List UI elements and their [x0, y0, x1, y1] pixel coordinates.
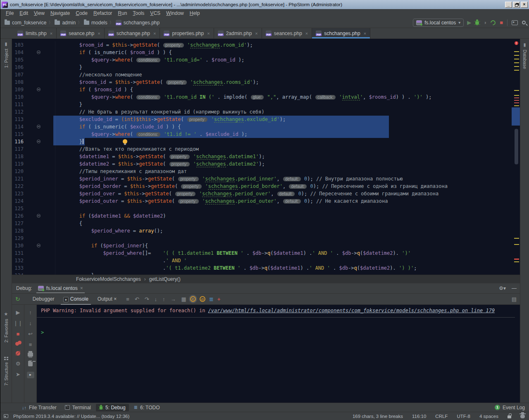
- tab-schchange-php[interactable]: schchange.php×: [105, 28, 160, 38]
- settings-icon[interactable]: ⚙: [16, 361, 21, 366]
- debug-tab-debugger[interactable]: Debugger: [29, 295, 58, 303]
- toolwindow-button-database[interactable]: ▮ Database: [520, 42, 529, 69]
- close-icon[interactable]: ×: [50, 31, 52, 36]
- fold-marker-icon[interactable]: [37, 50, 41, 54]
- close-icon[interactable]: ×: [80, 285, 83, 291]
- tab-2admin-php[interactable]: 2admin.php×: [214, 28, 262, 38]
- run-configuration-select[interactable]: fs.local centos ▾: [413, 19, 464, 27]
- line-endings[interactable]: CRLF: [435, 414, 448, 419]
- tab-schchanges-php[interactable]: schchanges.php×: [312, 28, 370, 38]
- menu-tools[interactable]: Tools: [130, 10, 147, 17]
- step-over-icon[interactable]: ↷: [145, 297, 149, 302]
- pause-icon[interactable]: ❘❘: [14, 320, 23, 326]
- menu-navigate[interactable]: Navigate: [48, 10, 73, 17]
- encoding[interactable]: UTF-8: [457, 414, 470, 419]
- indent-setting[interactable]: 4 spaces: [479, 414, 498, 419]
- close-icon[interactable]: ×: [305, 31, 308, 36]
- rerun-icon[interactable]: ↻: [15, 296, 20, 302]
- debug-tab-output[interactable]: Output ×: [94, 295, 120, 303]
- caret-position[interactable]: 116:10: [412, 414, 426, 419]
- menu-vcs[interactable]: VCS: [147, 10, 163, 17]
- debug-console[interactable]: PHP Warning: Invalid argument supplied f…: [37, 305, 520, 403]
- readonly-lock-icon[interactable]: [508, 415, 511, 418]
- step-out-icon[interactable]: ↑: [162, 297, 165, 302]
- intention-bulb-icon[interactable]: [123, 139, 127, 144]
- error-stripe[interactable]: !: [513, 39, 520, 275]
- fold-marker-icon[interactable]: [37, 244, 41, 247]
- char-count[interactable]: 169 chars, 3 line breaks: [353, 414, 403, 419]
- soft-wrap-icon[interactable]: ≣: [209, 296, 214, 302]
- breadcrumb-item-com_fokservice[interactable]: com_fokservice: [5, 20, 46, 26]
- up-stack-icon[interactable]: ↑: [29, 310, 32, 315]
- debug-tab-console[interactable]: ▸ Console: [60, 295, 91, 304]
- evaluate-expression-icon[interactable]: ▦: [181, 297, 186, 302]
- search-everywhere-button[interactable]: [522, 21, 526, 24]
- hector-inspections-icon[interactable]: [520, 414, 525, 418]
- menu-edit[interactable]: Edit: [17, 10, 31, 17]
- tab-properties-php[interactable]: properties.php×: [160, 28, 214, 38]
- code-editor[interactable]: 103 $room_id = $this->getState( property…: [12, 39, 520, 275]
- layout-settings-icon[interactable]: ≡: [126, 297, 129, 302]
- coverage-button[interactable]: ◑: [483, 20, 486, 25]
- close-icon[interactable]: ×: [207, 31, 210, 36]
- toolwindow-button-file-transfer[interactable]: ↓↑File Transfer: [19, 404, 60, 411]
- new-watch-icon[interactable]: +: [217, 296, 221, 302]
- console-view-icon[interactable]: ▸: [27, 372, 34, 378]
- down-stack-icon[interactable]: ↓: [29, 320, 32, 326]
- show-execution-point-icon[interactable]: ↶: [135, 297, 139, 302]
- colored-output-icon[interactable]: @: [200, 296, 205, 302]
- restore-button[interactable]: [513, 2, 520, 8]
- close-icon[interactable]: ×: [364, 31, 366, 36]
- tab-seance-php[interactable]: seance.php×: [57, 28, 105, 38]
- clear-all-icon[interactable]: [28, 362, 33, 366]
- debug-session-tab[interactable]: fs.local centos ×: [36, 285, 85, 292]
- run-anything-button[interactable]: [512, 20, 518, 25]
- toolwindow-button-structure[interactable]: 7: Structure: [0, 357, 12, 386]
- menu-help[interactable]: Help: [187, 10, 203, 17]
- breadcrumb-class[interactable]: FokserviceModelSchchanges: [76, 276, 141, 282]
- run-to-cursor-icon[interactable]: →: [171, 297, 176, 302]
- menu-refactor[interactable]: Refactor: [91, 10, 115, 17]
- toolwindow-button-6--todo[interactable]: ≣6: TODO: [131, 404, 163, 411]
- stop-icon[interactable]: ■: [17, 331, 20, 337]
- fold-marker-icon[interactable]: [37, 214, 41, 218]
- close-icon[interactable]: ×: [98, 31, 100, 36]
- menu-window[interactable]: Window: [163, 10, 187, 17]
- fold-marker-icon[interactable]: [37, 88, 41, 91]
- close-button[interactable]: ×: [521, 2, 528, 8]
- step-into-icon[interactable]: ↓: [155, 297, 157, 302]
- menu-code[interactable]: Code: [73, 10, 91, 17]
- close-icon[interactable]: ×: [255, 31, 257, 36]
- pin-icon[interactable]: ➤: [16, 372, 20, 377]
- debug-settings-icon[interactable]: ⚙▾: [499, 285, 506, 291]
- print-icon[interactable]: [28, 353, 33, 356]
- status-message[interactable]: PhpStorm 2019.3.4 available: // Update..…: [13, 414, 129, 419]
- fold-marker-icon[interactable]: [37, 125, 41, 128]
- breadcrumb-method[interactable]: getListQuery(): [149, 276, 181, 282]
- fold-marker-icon[interactable]: [37, 140, 41, 143]
- menu-file[interactable]: File: [3, 10, 17, 17]
- tab-limits-php[interactable]: limits.php×: [14, 28, 57, 38]
- menu-view[interactable]: View: [31, 10, 48, 17]
- minimize-button[interactable]: _: [505, 2, 512, 8]
- breadcrumb-item-schchangesphp[interactable]: schchanges.php: [116, 20, 160, 26]
- tab-seances-php[interactable]: seances.php×: [262, 28, 312, 38]
- close-icon[interactable]: ×: [112, 296, 117, 302]
- console-file-link[interactable]: /var/www/html/fs.local/administrator/com…: [208, 308, 495, 313]
- toolwindow-button-favorites[interactable]: ★ 2: Favorites: [0, 311, 12, 342]
- run-button[interactable]: ▶: [467, 20, 471, 25]
- hide-panel-icon[interactable]: —: [512, 285, 517, 291]
- listen-debug-button[interactable]: [490, 19, 497, 26]
- jump-to-source-icon[interactable]: ↩: [28, 331, 33, 337]
- scrollbar-thumb[interactable]: [515, 129, 518, 164]
- mute-output-icon[interactable]: C: [190, 296, 196, 302]
- toolwindow-button-project[interactable]: ▮ 1: Project: [0, 41, 12, 68]
- toolwindow-toggle-icon[interactable]: [4, 414, 8, 418]
- mute-breakpoints-icon[interactable]: [16, 351, 20, 356]
- stop-button[interactable]: ■: [500, 20, 503, 25]
- debug-button[interactable]: [475, 20, 479, 25]
- breadcrumb-item-admin[interactable]: admin: [55, 20, 76, 26]
- breadcrumb-item-models[interactable]: models: [84, 20, 107, 26]
- close-icon[interactable]: ×: [153, 31, 156, 36]
- menu-run[interactable]: Run: [115, 10, 130, 17]
